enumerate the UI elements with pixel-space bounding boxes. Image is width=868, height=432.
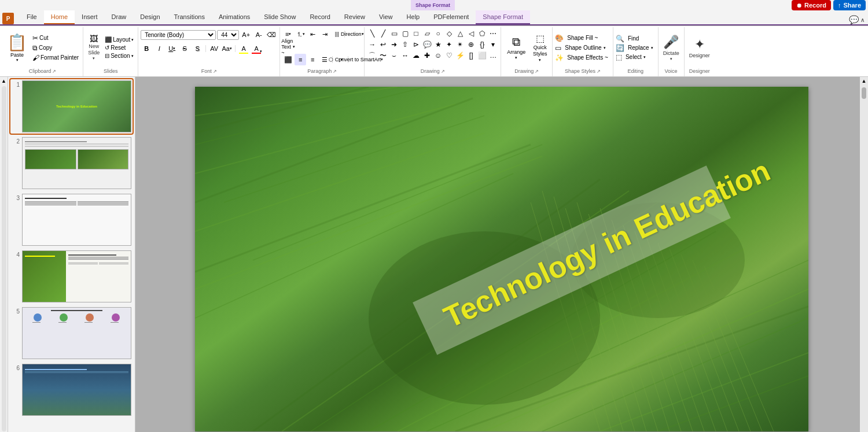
tab-record[interactable]: Record (303, 10, 337, 24)
comment-icon[interactable]: 💬 (849, 15, 859, 24)
shape-notch[interactable]: ⊳ (411, 39, 421, 50)
shapes-more[interactable]: ⋯ (488, 28, 498, 39)
shape-arrow-up[interactable]: ⇧ (400, 39, 410, 50)
shape-line[interactable]: ╲ (367, 28, 377, 39)
shape-arc[interactable]: ⌣ (389, 50, 399, 61)
shape-fill-button[interactable]: Shape Fill ~ (565, 34, 600, 42)
strikethrough-button[interactable]: S (179, 43, 190, 54)
text-direction-button[interactable]: Direction ▾ (347, 28, 358, 40)
canvas-scroll-thumb[interactable] (862, 87, 866, 99)
font-color-button[interactable]: A ▾ (251, 43, 262, 54)
shape-bracket[interactable]: [] (466, 50, 476, 61)
shape-arrow-r[interactable]: → (367, 39, 377, 50)
reset-button[interactable]: ↺ Reset (103, 44, 135, 51)
increase-indent-button[interactable]: ⇥ (319, 28, 330, 40)
decrease-indent-button[interactable]: ⇤ (307, 28, 318, 40)
panel-scroll-thumb[interactable] (2, 86, 6, 431)
font-family-select[interactable]: Tenorite (Body) (141, 30, 216, 40)
find-button[interactable]: Find (626, 35, 641, 42)
format-painter-button[interactable]: 🖌 Format Painter (31, 53, 80, 62)
arrange-button[interactable]: ⧉ Arrange ▾ (503, 33, 529, 63)
shape-heart[interactable]: ♡ (444, 50, 454, 61)
replace-button[interactable]: Replace ▾ (626, 44, 656, 51)
font-expand-icon[interactable]: ↗ (213, 69, 217, 74)
tab-animations[interactable]: Animations (212, 10, 257, 24)
shape-arrow-right2[interactable]: ➜ (389, 39, 399, 50)
shape-rounded-rect[interactable]: ▢ (400, 28, 410, 39)
shape-brace[interactable]: {} (477, 39, 487, 50)
shape-pentagon[interactable]: ⬠ (477, 28, 487, 39)
slide-item-5[interactable]: 5 (10, 306, 133, 360)
tab-help[interactable]: Help (400, 10, 427, 24)
shape-cloud[interactable]: ☁ (411, 50, 421, 61)
tab-review[interactable]: Review (337, 10, 372, 24)
shape-more2[interactable]: ⊕ (466, 39, 476, 50)
clear-formatting-button[interactable]: ⌫ (266, 29, 277, 40)
align-text-button[interactable]: Align Text ~ ▾ (282, 41, 294, 53)
tab-transitions[interactable]: Transitions (167, 10, 212, 24)
increase-font-button[interactable]: A+ (240, 29, 252, 40)
shape-effects-button[interactable]: Shape Effects ~ (565, 54, 610, 61)
tab-insert[interactable]: Insert (75, 10, 105, 24)
copy-button[interactable]: ⧉ Copy (31, 43, 80, 53)
layout-button[interactable]: ⬛ Layout ▾ (103, 36, 135, 43)
shape-oval[interactable]: ○ (433, 28, 443, 39)
shape-callout[interactable]: 💬 (422, 39, 432, 50)
shape-parallelogram[interactable]: ▱ (422, 28, 432, 39)
slide-item-3[interactable]: 3 (10, 193, 133, 247)
tab-pdfelement[interactable]: PDFelement (426, 10, 476, 24)
char-spacing-button[interactable]: AV (208, 43, 220, 54)
shape-star6[interactable]: ✦ (444, 39, 454, 50)
slide-item-6[interactable]: 6 (10, 363, 133, 417)
align-right-button[interactable]: ≡ (307, 54, 318, 65)
clipboard-expand-icon[interactable]: ↗ (52, 69, 56, 74)
tab-home[interactable]: Home (44, 10, 75, 24)
drawing-expand-icon[interactable]: ↗ (441, 69, 445, 74)
shape-curve[interactable]: ⌒ (367, 50, 377, 61)
italic-button[interactable]: I (153, 43, 165, 54)
designer-button[interactable]: ✦ Designer (687, 33, 712, 63)
shape-star8[interactable]: ✴ (455, 39, 465, 50)
shape-triangle[interactable]: △ (455, 28, 465, 39)
paste-button[interactable]: 📋 Paste ▾ (5, 32, 30, 64)
convert-smartart-button[interactable]: ⬡ Convert to SmartArt▾ (350, 54, 362, 65)
center-button[interactable]: ≡ (295, 54, 306, 65)
dictate-button[interactable]: 🎤 Dictate ▾ (661, 33, 682, 63)
shape-more3[interactable]: … (488, 50, 498, 61)
tab-draw[interactable]: Draw (105, 10, 134, 24)
drawing2-expand-icon[interactable]: ↗ (535, 69, 539, 74)
collapse-ribbon-btn[interactable]: ∧ (860, 17, 865, 23)
share-button[interactable]: ↑ Share (833, 0, 866, 10)
slide-item-4[interactable]: 4 (10, 249, 133, 304)
shape-star5[interactable]: ★ (433, 39, 443, 50)
numbering-button[interactable]: ⒈▾ (295, 28, 306, 40)
tab-shape-format[interactable]: Shape Format (476, 10, 530, 24)
shape-cross[interactable]: ✚ (422, 50, 432, 61)
tab-file[interactable]: File (20, 10, 44, 24)
shape-styles-expand[interactable]: ↗ (597, 69, 601, 74)
shape-outline-button[interactable]: Shape Outline ▾ (562, 44, 608, 51)
bold-button[interactable]: B (141, 43, 152, 54)
panel-scroll-up[interactable]: ▲ (1, 78, 6, 84)
new-slide-button[interactable]: 🖼 New Slide ▾ (86, 33, 102, 63)
shape-double-arrow[interactable]: ↔ (400, 50, 410, 61)
shadow-button[interactable]: S (192, 43, 203, 54)
highlight-color-button[interactable]: A (238, 43, 249, 54)
quick-styles-button[interactable]: ⬚ Quick Styles ▾ (530, 32, 550, 64)
shape-lightning[interactable]: ⚡ (455, 50, 465, 61)
paragraph-expand-icon[interactable]: ↗ (333, 69, 337, 74)
shape-rtriangle[interactable]: ◁ (466, 28, 476, 39)
shape-arrow-bend[interactable]: ↩ (378, 39, 388, 50)
slide-item-2[interactable]: 2 (10, 136, 133, 190)
underline-button[interactable]: U▾ (166, 43, 178, 54)
tab-slideshow[interactable]: Slide Show (257, 10, 303, 24)
shape-frame[interactable]: ⬜ (477, 50, 487, 61)
select-button[interactable]: Select ▾ (623, 53, 648, 61)
decrease-font-button[interactable]: A- (253, 29, 264, 40)
slide-item-1[interactable]: 1 Technology in Education (10, 79, 133, 134)
shape-rect2[interactable]: □ (411, 28, 421, 39)
record-button[interactable]: ⏺ Record (792, 0, 831, 10)
align-left-button[interactable]: ⬛ (282, 54, 294, 65)
shape-line2[interactable]: ╱ (378, 28, 388, 39)
font-size-select[interactable]: 44 (217, 30, 239, 40)
